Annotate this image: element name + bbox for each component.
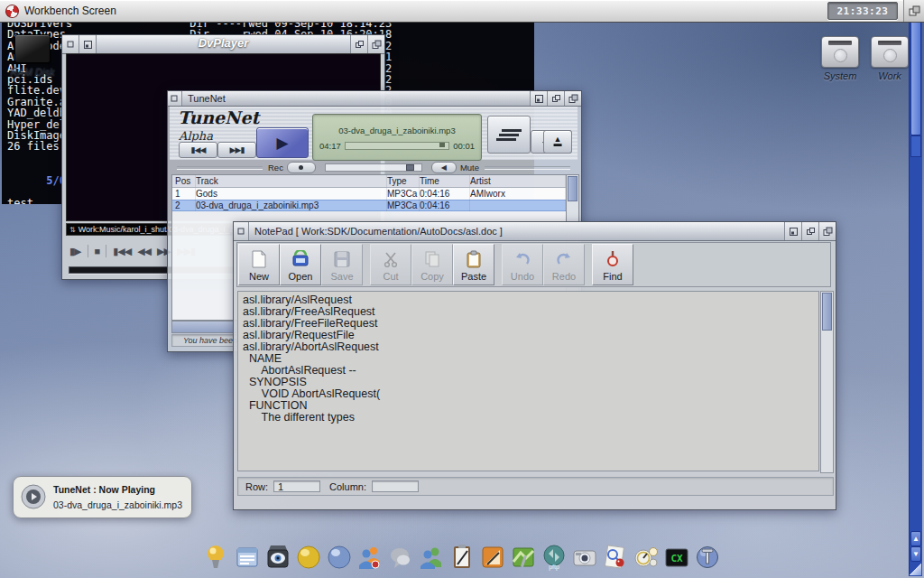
tunenet-notification[interactable]: TuneNet : Now Playing 03-dva_druga_i_zab…	[13, 476, 192, 518]
redo-button[interactable]: Redo	[543, 244, 585, 285]
dvplayer-logo: DvPlayer	[62, 36, 384, 50]
contacts-icon[interactable]	[356, 544, 383, 571]
volume-slider[interactable]	[325, 163, 422, 172]
iconify-gadget[interactable]	[530, 91, 547, 106]
playlist-button[interactable]	[487, 116, 531, 154]
depth-gadget[interactable]	[367, 35, 384, 53]
player-panel: TuneNet Alpha ▮◀◀ ▶▶▮ ▶ 03-dva_druga_i_z…	[170, 107, 578, 160]
mounter-icon[interactable]	[694, 544, 721, 571]
window-title: NotePad [ Work:SDK/Documentation/AutoDoc…	[249, 226, 503, 237]
prev-track-button[interactable]: ▮◀◀	[113, 246, 131, 257]
amidock: pftp CX	[0, 544, 924, 574]
sketch-icon[interactable]	[479, 544, 506, 571]
camera-icon[interactable]	[571, 544, 598, 571]
row-label: Row:	[245, 481, 268, 492]
cut-button[interactable]: Cut	[370, 244, 411, 285]
shell-vscrollbar[interactable]: ▲ ▼	[909, 15, 922, 576]
iconify-gadget[interactable]	[784, 222, 801, 240]
desktop-icon-system[interactable]: System	[813, 36, 867, 81]
zoom-icon	[806, 227, 816, 237]
new-button[interactable]: New	[238, 244, 280, 285]
record-icon	[299, 165, 303, 170]
magnifier-icon	[603, 249, 623, 269]
gauges-icon[interactable]	[633, 544, 660, 571]
undo-button[interactable]: Undo	[502, 244, 543, 285]
record-button[interactable]	[287, 162, 316, 173]
open-button[interactable]: Open	[280, 244, 321, 285]
users-icon[interactable]	[418, 544, 445, 571]
screen-depth-gadget[interactable]	[903, 0, 924, 22]
zoom-gadget[interactable]	[801, 222, 818, 240]
close-gadget[interactable]	[62, 35, 79, 53]
zoom-gadget[interactable]	[547, 91, 564, 106]
copy-pages-icon	[422, 249, 442, 269]
copy-button[interactable]: Copy	[411, 244, 453, 285]
play-button[interactable]: ▶	[256, 127, 309, 158]
dvplayer-titlebar[interactable]: DvPlayer	[62, 35, 384, 54]
notepad-titlebar[interactable]: NotePad [ Work:SDK/Documentation/AutoDoc…	[234, 222, 836, 241]
zoom-gadget[interactable]	[350, 35, 367, 53]
map-tools-icon[interactable]	[510, 544, 537, 571]
system-drive-icon	[821, 36, 859, 68]
next-button[interactable]: ▶▶▮	[217, 142, 256, 158]
prefs-window-icon[interactable]	[234, 544, 261, 571]
screen-title: Workbench Screen	[24, 5, 116, 17]
iconify-gadget[interactable]	[79, 35, 97, 53]
song-title: 03-dva_druga_i_zaboiniki.mp3	[319, 126, 476, 135]
redo-arrow-icon	[554, 249, 574, 269]
playlist-row-selected[interactable]: 2 03-dva_druga_i_zaboiniki.mp3 MP3Ca 0:0…	[172, 200, 566, 211]
playpause-button[interactable]: ▮▶	[69, 246, 81, 257]
video-player-icon[interactable]	[264, 544, 291, 571]
playlist-header[interactable]: Pos Track Type Time Artist	[172, 175, 566, 188]
position-slider[interactable]	[345, 142, 449, 150]
new-page-icon	[249, 249, 269, 269]
clipboard-icon	[464, 249, 484, 269]
save-button[interactable]: Save	[321, 244, 363, 285]
desktop-icon-work[interactable]: Work	[863, 36, 917, 81]
notification-track: 03-dva_druga_i_zaboiniki.mp3	[53, 499, 182, 510]
cx-exchange-icon[interactable]: CX	[663, 544, 690, 571]
playlist-row[interactable]: 1 Gods MP3Ca 0:04:16 AMIworx	[172, 188, 566, 200]
undo-arrow-icon	[513, 249, 532, 269]
tunenet-version-label: Alpha	[179, 129, 213, 143]
chat-icon[interactable]	[387, 544, 414, 571]
spinner-icon[interactable]: ⇅	[67, 226, 79, 234]
notepad-vscrollbar[interactable]	[820, 291, 834, 473]
clock: 21:33:23	[827, 2, 898, 20]
tunenet-logo: TuneNet	[178, 107, 259, 127]
debugger-icon[interactable]	[602, 544, 629, 571]
close-gadget[interactable]	[234, 222, 249, 240]
mute-button[interactable]: ◀	[431, 162, 457, 173]
desktop-icon-ram-disk[interactable]: RAM Disk	[5, 34, 60, 77]
document-text[interactable]: asl.library/AslRequestasl.library/FreeAs…	[237, 291, 819, 471]
paste-button[interactable]: Paste	[453, 244, 494, 285]
notification-title: TuneNet : Now Playing	[53, 484, 155, 495]
speaker-icon: ◀	[441, 163, 447, 172]
close-gadget[interactable]	[168, 91, 182, 106]
iconify-icon	[534, 94, 544, 104]
depth-icon	[568, 94, 578, 104]
mute-label: Mute	[460, 163, 479, 172]
notepad-dock-icon[interactable]	[448, 544, 476, 571]
iconify-icon	[83, 40, 93, 50]
find-button[interactable]: Find	[592, 244, 633, 285]
ram-disk-icon	[14, 34, 51, 63]
depth-gadget[interactable]	[818, 222, 836, 240]
elapsed-time: 04:17	[319, 141, 341, 151]
zoom-icon	[355, 40, 365, 50]
stop-button[interactable]: ■	[95, 246, 100, 256]
scissors-icon	[381, 249, 401, 269]
screen-titlebar[interactable]: Workbench Screen 21:33:23	[0, 0, 924, 23]
blue-ball-icon[interactable]	[326, 544, 353, 571]
eject-button[interactable]: ▲ ▬	[543, 130, 572, 154]
rewind-button[interactable]: ◀◀	[137, 246, 151, 257]
pftp-icon[interactable]: pftp	[541, 544, 568, 571]
notepad-window: NotePad [ Work:SDK/Documentation/AutoDoc…	[233, 221, 836, 510]
window-title: TuneNet	[182, 93, 226, 104]
torch-icon[interactable]	[203, 544, 230, 571]
svg-text:CX: CX	[670, 553, 683, 564]
yellow-ball-icon[interactable]	[295, 544, 322, 571]
depth-gadget[interactable]	[564, 91, 581, 106]
tunenet-titlebar[interactable]: TuneNet	[168, 91, 581, 107]
prev-button[interactable]: ▮◀◀	[179, 142, 217, 158]
